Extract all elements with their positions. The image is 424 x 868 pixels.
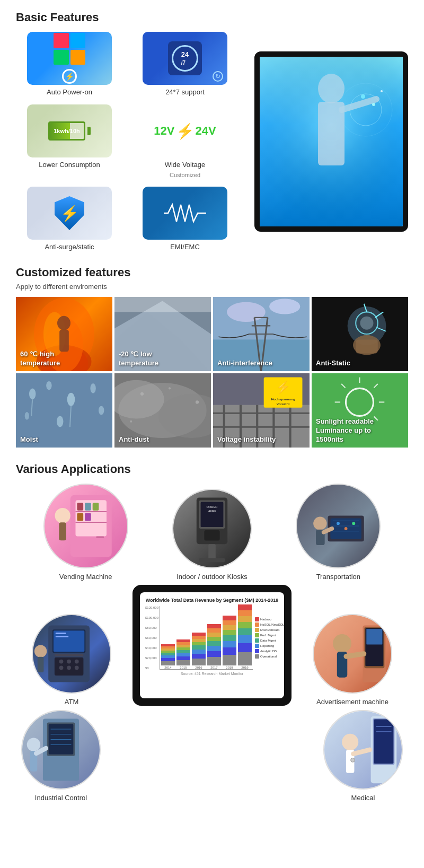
svg-rect-35 [356,339,378,353]
svg-point-119 [34,645,47,657]
svg-point-117 [75,665,79,670]
bar-2019: 2019 [238,604,252,669]
bolt-icon: ⚡ [60,205,79,222]
svg-point-114 [75,660,79,664]
vending-bg [45,485,127,567]
low-temp-label: -20 ℃ lowtemperature [114,347,211,371]
page-wrapper: Basic Features ⚡ [0,0,424,812]
bar-2016: 2016 [192,633,206,669]
voltage-display: 12V ⚡ 24V [154,122,216,140]
basic-features-title: Basic Features [16,11,408,24]
svg-rect-84 [96,537,104,538]
svg-rect-140 [374,720,393,764]
consumption-label: Lower Consumption [39,161,100,169]
svg-point-101 [344,527,348,530]
monitor-display [249,32,408,251]
svg-point-2 [339,83,392,136]
app-advertisement: Advertisement machine [313,614,392,706]
env-sunlight: Sunlight readableLuminance up to1500nits [312,373,408,448]
app-industrial: Industrial Control [21,710,101,802]
svg-point-7 [372,103,375,106]
transportation-circle [296,484,381,568]
atm-label: ATM [65,698,78,706]
anti-surge-icon-box: ⚡ [27,187,112,240]
bar-2017: 2017 [207,624,221,669]
svg-line-127 [346,654,364,656]
svg-point-116 [67,665,71,670]
svg-rect-81 [85,513,91,521]
svg-point-143 [342,734,358,750]
medical-circle [323,710,403,790]
svg-point-113 [67,660,71,664]
svg-rect-93 [208,544,216,559]
feature-low-consumption: 1kwh/10h Lower Consumption [16,104,123,178]
various-applications-section: Various Applications [16,462,408,802]
svg-rect-78 [85,503,91,511]
voltage-sub: Customized [170,172,200,178]
chart-title: Worldwide Total Data Revenue by Segment … [145,598,279,603]
svg-text:⚡: ⚡ [276,380,291,394]
voltage-instability-label: Voltage instability [213,432,310,448]
feature-anti-surge: ⚡ Anti-surge/static [16,187,123,251]
kiosk-label: Indoor / outdoor Kiosks [176,573,248,581]
svg-point-125 [333,634,351,653]
svg-point-1 [350,94,382,126]
svg-point-50 [140,392,144,396]
svg-point-12 [57,316,70,330]
monitor-person-bg [260,57,403,226]
industrial-label: Industrial Control [35,794,87,802]
auto-power-icon-box: ⚡ [27,32,112,85]
svg-rect-118 [55,654,84,656]
atm-bg [33,615,110,692]
env-anti-static: Anti-Static [312,297,408,371]
anti-dust-label: Anti-dust [114,432,211,448]
chart-legend: Hadoop NoSQL/NewSQL Event/Stream Perf. M… [253,606,284,670]
svg-point-112 [59,660,64,664]
transportation-label: Transportation [316,573,360,581]
industrial-circle [21,710,101,790]
shield-icon: ⚡ [54,194,85,232]
svg-point-21 [269,299,300,314]
svg-text:Hochspannung: Hochspannung [271,397,295,401]
chart-tablet: Worldwide Total Data Revenue by Segment … [132,585,292,706]
chart-source: Source: 451 Research Market Monitor [145,672,279,676]
env-moist: Moist [16,373,112,448]
chart-inner: Worldwide Total Data Revenue by Segment … [140,592,284,698]
app-medical: Medical [323,710,403,802]
svg-point-51 [169,387,171,389]
power-plug-icon: ⚡ [62,69,77,84]
svg-text:ORDER: ORDER [206,505,217,508]
svg-point-115 [59,665,64,670]
env-high-temp: 60 ℃ hightemperature [16,297,112,371]
svg-line-146 [354,750,370,754]
refresh-icon: ↻ [213,71,223,82]
monitor-mockup [254,51,408,232]
wave-icon [164,203,206,224]
apps-row3: Industrial Control [16,710,408,802]
transportation-bg [297,485,379,567]
anti-static-label: Anti-Static [312,356,408,371]
svg-point-103 [314,516,327,530]
svg-rect-86 [59,522,66,540]
feature-auto-power: ⚡ Auto Power-on [16,32,123,96]
svg-rect-4 [318,102,344,165]
env-grid-row2: Moist [16,373,408,448]
svg-point-135 [27,738,40,751]
bar-2014: 2014 [161,644,175,669]
feature-wide-voltage: 12V ⚡ 24V Wide Voltage Customized [131,104,238,178]
app-kiosk: ORDER HERE Indoor / outdoor Kiosks [172,489,252,581]
medical-label: Medical [351,794,375,802]
consumption-icon-box: 1kwh/10h [27,104,112,157]
apps-row1: Vending Machine ORDER HERE [16,484,408,581]
advert-bg [314,615,391,692]
env-low-temp: -20 ℃ lowtemperature [114,297,211,371]
windows-icon [54,33,85,65]
env-voltage-instability: ⚡ Hochspannung Vorsicht Voltage instabil… [213,373,310,448]
svg-rect-110 [56,636,68,637]
svg-point-85 [55,508,70,523]
basic-features-section: Basic Features ⚡ [16,11,408,251]
y-axis: $120,000 $100,000 $80,000 $60,000 $40,00… [145,606,160,670]
svg-text:HERE: HERE [208,510,216,513]
env-anti-interference: Anti-interference [213,297,310,371]
moist-label: Moist [16,432,112,448]
